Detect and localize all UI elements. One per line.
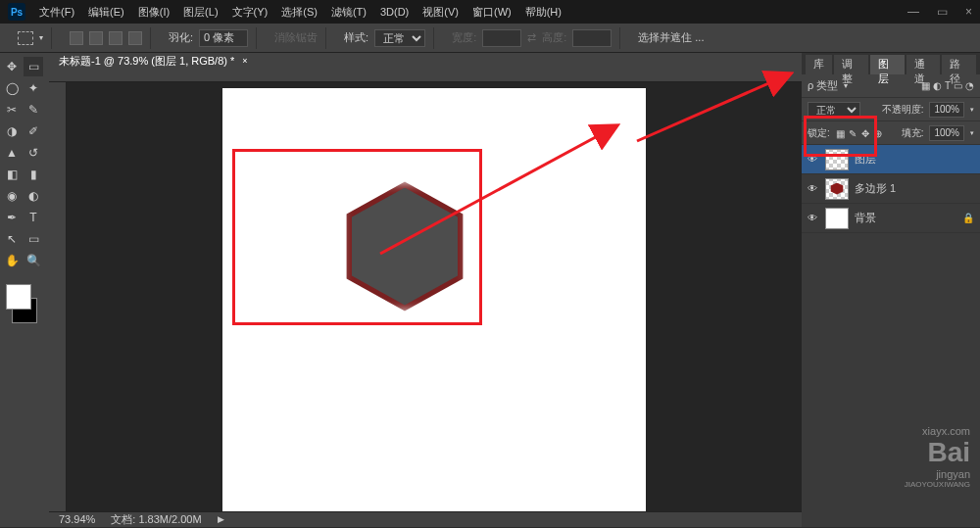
doc-info[interactable]: 文档: 1.83M/2.00M bbox=[111, 512, 201, 527]
tab-adjustments[interactable]: 调整 bbox=[834, 55, 868, 74]
menu-filter[interactable]: 滤镜(T) bbox=[331, 5, 367, 20]
stamp-tool[interactable]: ▲ bbox=[2, 143, 22, 163]
layer-name[interactable]: 多边形 1 bbox=[855, 181, 896, 196]
document-tab[interactable]: 未标题-1 @ 73.9% (图层 1, RGB/8) * × bbox=[49, 53, 802, 69]
shape-tool[interactable]: ▭ bbox=[24, 229, 43, 249]
fill-value[interactable]: 100% bbox=[929, 125, 964, 141]
chevron-down-icon[interactable]: ▾ bbox=[39, 33, 43, 42]
width-label: 宽度: bbox=[452, 30, 476, 45]
height-input bbox=[572, 29, 612, 47]
menu-3d[interactable]: 3D(D) bbox=[380, 6, 409, 18]
canvas[interactable] bbox=[222, 88, 646, 511]
menu-type[interactable]: 文字(Y) bbox=[232, 5, 269, 20]
hexagon-shape bbox=[336, 178, 473, 315]
status-arrow-icon[interactable]: ▶ bbox=[218, 514, 224, 524]
marquee-tool-icon[interactable] bbox=[18, 31, 33, 45]
menu-help[interactable]: 帮助(H) bbox=[525, 5, 562, 20]
horizontal-ruler[interactable] bbox=[49, 69, 802, 81]
titlebar: Ps 文件(F) 编辑(E) 图像(I) 图层(L) 文字(Y) 选择(S) 滤… bbox=[0, 0, 980, 24]
type-tool[interactable]: T bbox=[24, 208, 43, 227]
healing-tool[interactable]: ◑ bbox=[2, 121, 22, 141]
layer-list: 👁 图层 👁 多边形 1 👁 背景 🔒 bbox=[802, 145, 980, 527]
move-tool[interactable]: ✥ bbox=[2, 57, 22, 76]
document-tab-title: 未标题-1 @ 73.9% (图层 1, RGB/8) * bbox=[59, 54, 234, 69]
filter-pixel-icon[interactable]: ▦ bbox=[921, 80, 930, 91]
eraser-tool[interactable]: ◧ bbox=[2, 165, 22, 184]
style-dropdown[interactable]: 正常 bbox=[374, 29, 425, 47]
minimize-icon[interactable]: — bbox=[907, 5, 919, 19]
menu-layer[interactable]: 图层(L) bbox=[183, 5, 218, 20]
gradient-tool[interactable]: ▮ bbox=[24, 165, 43, 184]
filter-smart-icon[interactable]: ◔ bbox=[965, 80, 974, 91]
new-selection-icon[interactable] bbox=[70, 31, 83, 45]
options-bar: ▾ 羽化: 消除锯齿 样式: 正常 宽度: ⇄ 高度: 选择并遮住 ... bbox=[0, 24, 980, 53]
app-logo: Ps bbox=[8, 3, 25, 21]
brush-tool[interactable]: ✐ bbox=[24, 121, 43, 141]
layer-filter-dropdown[interactable]: ρ 类型 bbox=[808, 78, 838, 93]
layer-thumbnail[interactable] bbox=[825, 178, 849, 200]
tab-layers[interactable]: 图层 bbox=[870, 55, 905, 74]
menu-window[interactable]: 窗口(W) bbox=[472, 5, 512, 20]
vertical-ruler[interactable] bbox=[49, 82, 67, 511]
hand-tool[interactable]: ✋ bbox=[2, 251, 22, 270]
zoom-level[interactable]: 73.94% bbox=[59, 513, 95, 525]
tab-channels[interactable]: 通道 bbox=[906, 55, 941, 74]
canvas-area: 未标题-1 @ 73.9% (图层 1, RGB/8) * × bbox=[49, 53, 802, 527]
visibility-toggle-icon[interactable]: 👁 bbox=[808, 213, 819, 223]
tab-paths[interactable]: 路径 bbox=[942, 55, 976, 74]
tab-library[interactable]: 库 bbox=[806, 55, 832, 74]
status-bar: 73.94% 文档: 1.83M/2.00M ▶ bbox=[49, 511, 802, 527]
path-tool[interactable]: ↖ bbox=[2, 229, 22, 249]
lasso-tool[interactable]: ◯ bbox=[2, 78, 22, 98]
history-brush-tool[interactable]: ↺ bbox=[24, 143, 43, 163]
tool-palette: ✥ ▭ ◯ ✦ ✂ ✎ ◑ ✐ ▲ ↺ ◧ ▮ ◉ ◐ ✒ T ↖ ▭ ✋ 🔍 bbox=[0, 53, 49, 527]
blur-tool[interactable]: ◉ bbox=[2, 186, 22, 206]
antialias-checkbox: 消除锯齿 bbox=[274, 30, 318, 45]
intersect-selection-icon[interactable] bbox=[128, 31, 142, 45]
menu-image[interactable]: 图像(I) bbox=[138, 5, 170, 20]
canvas-viewport[interactable] bbox=[67, 82, 802, 511]
visibility-toggle-icon[interactable]: 👁 bbox=[808, 183, 819, 194]
opacity-label: 不透明度: bbox=[882, 103, 924, 117]
dodge-tool[interactable]: ◐ bbox=[24, 186, 43, 206]
maximize-icon[interactable]: ▭ bbox=[937, 5, 948, 19]
menu-view[interactable]: 视图(V) bbox=[422, 5, 459, 20]
feather-input[interactable] bbox=[199, 29, 248, 47]
width-input bbox=[482, 29, 521, 47]
menu-select[interactable]: 选择(S) bbox=[281, 5, 318, 20]
style-label: 样式: bbox=[344, 30, 368, 45]
panel-tabs: 库 调整 图层 通道 路径 bbox=[802, 53, 980, 74]
add-selection-icon[interactable] bbox=[89, 31, 103, 45]
filter-adjust-icon[interactable]: ◐ bbox=[933, 80, 942, 91]
height-label: 高度: bbox=[542, 30, 566, 45]
color-swatch[interactable] bbox=[2, 284, 41, 323]
filter-type-icon[interactable]: T bbox=[945, 80, 951, 91]
opacity-value[interactable]: 100% bbox=[929, 102, 964, 118]
subtract-selection-icon[interactable] bbox=[109, 31, 122, 45]
layer-name[interactable]: 背景 bbox=[855, 211, 876, 225]
pen-tool[interactable]: ✒ bbox=[2, 208, 22, 227]
annotation-rect-panel bbox=[804, 116, 877, 157]
refine-edge-button[interactable]: 选择并遮住 ... bbox=[638, 30, 704, 45]
swap-icon: ⇄ bbox=[527, 31, 536, 44]
menu-edit[interactable]: 编辑(E) bbox=[88, 5, 124, 20]
close-icon[interactable]: × bbox=[965, 5, 972, 19]
marquee-tool[interactable]: ▭ bbox=[24, 57, 43, 76]
lock-icon: 🔒 bbox=[962, 213, 974, 223]
fill-label: 填充: bbox=[902, 126, 924, 140]
layer-row[interactable]: 👁 多边形 1 bbox=[802, 174, 980, 204]
crop-tool[interactable]: ✂ bbox=[2, 100, 22, 120]
layer-thumbnail[interactable] bbox=[825, 208, 849, 229]
zoom-tool[interactable]: 🔍 bbox=[24, 251, 43, 270]
eyedropper-tool[interactable]: ✎ bbox=[24, 100, 43, 120]
menu-file[interactable]: 文件(F) bbox=[39, 5, 74, 20]
filter-shape-icon[interactable]: ▭ bbox=[954, 80, 962, 91]
close-tab-icon[interactable]: × bbox=[242, 56, 247, 66]
layer-row[interactable]: 👁 背景 🔒 bbox=[802, 204, 980, 233]
feather-label: 羽化: bbox=[169, 30, 193, 45]
foreground-color[interactable] bbox=[6, 284, 31, 310]
wand-tool[interactable]: ✦ bbox=[24, 78, 43, 98]
